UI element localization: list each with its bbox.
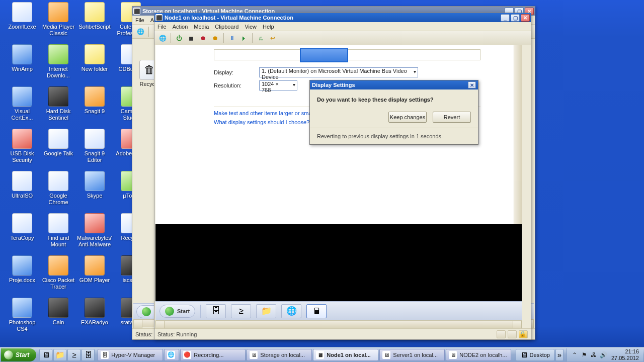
vm-task-display[interactable]: 🖥 xyxy=(306,304,327,318)
desktop-icon[interactable]: SohbetScript xyxy=(76,2,113,30)
ql-powershell[interactable]: ≥ xyxy=(67,349,80,361)
monitor-preview[interactable] xyxy=(214,49,480,60)
dialog-titlebar[interactable]: Display Settings ✕ xyxy=(310,80,478,89)
app-icon xyxy=(12,86,32,107)
save-icon[interactable]: ⏺ xyxy=(210,33,220,43)
close-button[interactable]: ✕ xyxy=(521,14,530,22)
desktop-icon[interactable]: TeraCopy xyxy=(4,213,40,241)
task-icon: 🗄 xyxy=(101,351,109,359)
vm-start-button[interactable]: Start xyxy=(159,305,195,318)
task-label: Recording... xyxy=(194,352,223,358)
display-select[interactable]: 1. (Default Monitor) on Microsoft Virtua… xyxy=(259,67,418,77)
vm-hscrollbar[interactable] xyxy=(155,320,522,328)
desktop-icon[interactable]: Skype xyxy=(76,171,113,199)
vm-menu-bar: FileActionMediaClipboardViewHelp xyxy=(154,22,531,31)
desktop-icon[interactable]: Snagit 9 xyxy=(76,86,113,115)
desktop-icon[interactable]: WinAmp xyxy=(4,44,40,72)
menu-item[interactable]: Clipboard xyxy=(215,24,238,30)
taskbar-task[interactable]: 🖥Node1 on local... xyxy=(313,349,378,361)
desktop-icon[interactable]: Photoshop CS4 xyxy=(4,298,40,332)
start-icon[interactable]: ⏻ xyxy=(174,33,184,43)
desktop-icon[interactable]: Malwarebytes' Anti-Malware xyxy=(76,213,113,247)
status-icon xyxy=(497,330,506,338)
desktop-icon[interactable]: Cain xyxy=(40,298,76,326)
desktop-icon[interactable]: Snagit 9 Editor xyxy=(76,129,113,163)
resolution-select[interactable]: 1024 × 768 xyxy=(259,80,297,90)
pause-icon[interactable]: ⏸ xyxy=(227,33,237,43)
desktop-icon[interactable]: Google Chrome xyxy=(40,171,76,205)
tray-clock[interactable]: 21:16 27.05.2012 xyxy=(611,348,639,360)
desktop-icon-label: New folder xyxy=(76,66,113,72)
vm-status-text: Status: Running xyxy=(157,331,197,337)
desktop-icon[interactable]: Visual CertEx... xyxy=(4,86,40,121)
vm-task-powershell[interactable]: ≥ xyxy=(231,304,251,318)
taskbar-task[interactable]: 🖥NODE2 on localh... xyxy=(446,349,511,361)
tray-flag-icon[interactable]: ⚑ xyxy=(581,351,588,358)
vm-titlebar[interactable]: ⬛ Node1 on localhost - Virtual Machine C… xyxy=(154,13,531,22)
snapshot-icon[interactable]: ⎌ xyxy=(256,33,266,43)
vm-inner-taskbar: Start 🗄 ≥ 📁 🌐 🖥 xyxy=(155,301,522,320)
reset-icon[interactable]: ⏵ xyxy=(239,33,249,43)
keep-changes-button[interactable]: Keep changes xyxy=(388,112,427,123)
desktop-icon[interactable]: GOM Player xyxy=(76,255,113,284)
menu-item[interactable]: Media xyxy=(194,24,209,30)
vm-icon: ⬛ xyxy=(133,8,140,15)
desktop-icon[interactable]: ZoomIt.exe xyxy=(4,2,40,30)
ql-server-manager[interactable]: 🗄 xyxy=(82,349,95,361)
taskbar-task[interactable]: 🌐 xyxy=(164,349,179,361)
menu-item[interactable]: Action xyxy=(173,24,188,30)
taskbar-task[interactable]: 🖥Storage on local... xyxy=(247,349,312,361)
tray-network-icon[interactable]: 🖧 xyxy=(590,351,598,358)
ql-explorer[interactable]: 📁 xyxy=(53,349,66,361)
ctrl-alt-del-icon[interactable]: 🌐 xyxy=(157,33,168,43)
desktop-icon[interactable]: Cisco Packet Tracer xyxy=(40,255,76,290)
task-icon: 🖥 xyxy=(250,351,258,359)
desktop-icon[interactable]: USB Disk Security xyxy=(4,129,40,163)
vm-toolbar: 🌐 ⏻ ◼ ⏺ ⏺ ⏸ ⏵ ⎌ ↩ xyxy=(154,31,531,45)
minimize-button[interactable]: _ xyxy=(501,14,510,22)
desktop-icon-label: Google Chrome xyxy=(40,193,76,205)
taskbar-task[interactable]: 🖥Server1 on local... xyxy=(379,349,445,361)
taskbar-task[interactable]: 🗄Hyper-V Manager xyxy=(98,349,163,361)
vm-window-node1: ⬛ Node1 on localhost - Virtual Machine C… xyxy=(154,13,531,340)
desktop-icon[interactable]: Google Talk xyxy=(40,129,76,157)
menu-item[interactable]: View xyxy=(245,24,257,30)
menu-item[interactable]: File xyxy=(157,24,167,30)
tray-volume-icon[interactable]: 🔊 xyxy=(600,351,607,358)
maximize-button[interactable]: ▢ xyxy=(511,14,520,22)
show-desktop-button[interactable]: 🖥 Desktop xyxy=(516,349,554,361)
dialog-title: Display Settings xyxy=(312,82,355,88)
desktop-icon[interactable]: Find and Mount xyxy=(40,213,76,247)
host-start-button[interactable]: Start xyxy=(1,348,36,361)
taskbar-task[interactable]: 🔴Recording... xyxy=(180,349,246,361)
vm-task-ie[interactable]: 🌐 xyxy=(281,304,301,318)
desktop-icon[interactable]: Media Player Classic xyxy=(40,2,76,36)
desktop-icon-label: Google Talk xyxy=(40,150,76,157)
dialog-close-button[interactable]: ✕ xyxy=(468,81,476,88)
turnoff-icon[interactable]: ◼ xyxy=(186,33,196,43)
vm-task-server-manager[interactable]: 🗄 xyxy=(206,304,226,318)
tray-icon[interactable]: ⌃ xyxy=(571,351,579,358)
toolbar-icon[interactable]: 🌐 xyxy=(135,27,145,37)
display-settings-dialog: Display Settings ✕ Do you want to keep t… xyxy=(309,80,478,145)
resolution-label: Resolution: xyxy=(214,82,254,88)
task-icon: 🖥 xyxy=(449,351,457,359)
quick-launch: 🖥 📁 ≥ 🗄 xyxy=(39,349,95,361)
desktop-icon[interactable]: EXARadyo xyxy=(76,298,113,326)
revert-icon[interactable]: ↩ xyxy=(268,33,278,43)
app-icon xyxy=(85,2,105,22)
desktop-icon[interactable]: UltraISO xyxy=(4,171,40,199)
app-icon xyxy=(48,255,68,276)
desktop-icon[interactable]: Internet Downlo... xyxy=(40,44,76,78)
revert-button[interactable]: Revert xyxy=(433,112,471,123)
menu-item[interactable]: Help xyxy=(263,24,274,30)
menu-item[interactable]: File xyxy=(135,17,144,23)
shutdown-icon[interactable]: ⏺ xyxy=(198,33,208,43)
vm-window-title: Node1 on localhost - Virtual Machine Con… xyxy=(165,15,293,21)
desktop-icon[interactable]: Proje.docx xyxy=(4,255,40,284)
toolbar-chevron[interactable]: » xyxy=(555,349,564,361)
ql-show-desktop[interactable]: 🖥 xyxy=(39,349,52,361)
desktop-icon[interactable]: Hard Disk Sentinel xyxy=(40,86,76,121)
vm-task-explorer[interactable]: 📁 xyxy=(256,304,276,318)
desktop-icon[interactable]: New folder xyxy=(76,44,113,72)
